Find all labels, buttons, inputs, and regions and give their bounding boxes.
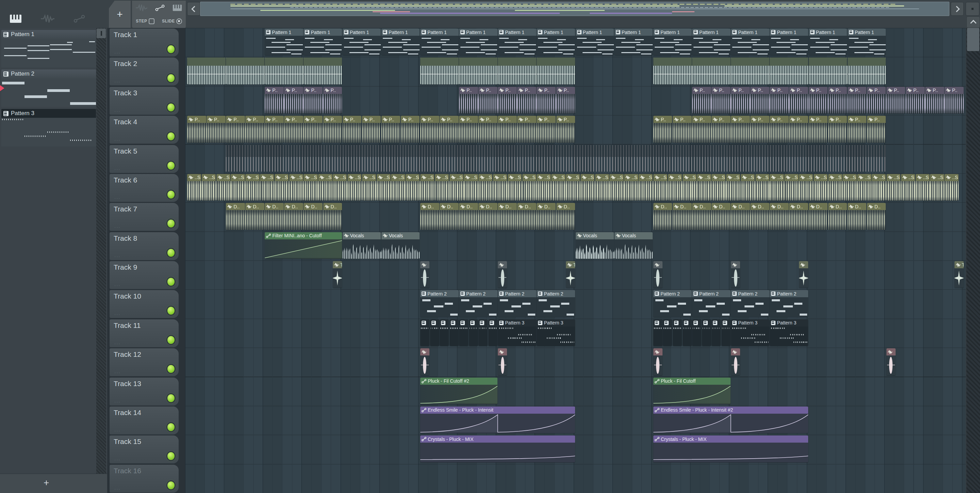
clip-p[interactable]: P.. [556, 116, 576, 142]
clip-pattern-2[interactable]: Pattern 2 [498, 290, 536, 317]
track-menu-dots[interactable]: ... [115, 252, 121, 258]
clip-p[interactable]: P.. [711, 116, 730, 142]
clip-filter-mini-ano-cutoff[interactable]: Filter MINI..ano - Cutoff [265, 232, 342, 259]
clip-d[interactable]: D.. [459, 203, 478, 230]
clip-s[interactable]: ..S [508, 174, 522, 201]
automation-icon[interactable] [155, 4, 165, 13]
track-menu-dots[interactable]: ... [115, 136, 121, 142]
clip-pattern-2[interactable]: Pattern 2 [731, 290, 769, 317]
clip-pattern-1[interactable]: Pattern 1 [420, 29, 459, 55]
clip-pmini[interactable] [673, 319, 682, 346]
track-lane-track-7[interactable]: D..D..D..D..D..D..D..D..D..D..D..D..D..D… [185, 202, 966, 231]
clip-p[interactable]: P.. [517, 116, 536, 142]
clip-stripe2[interactable] [265, 57, 303, 84]
clip-p[interactable]: P.. [265, 116, 284, 142]
track-header-track-3[interactable]: Track 3... [110, 87, 179, 115]
track-mute-led[interactable] [167, 394, 175, 402]
add-pattern-button[interactable]: + [43, 477, 49, 488]
clip-t[interactable]: T.. [333, 261, 342, 288]
clip-pattern-3[interactable]: Pattern 3 [770, 319, 808, 346]
clip-p[interactable]: P.. [750, 87, 769, 113]
track-menu-dots[interactable]: ... [115, 107, 121, 113]
clip-pattern-1[interactable]: Pattern 1 [576, 29, 614, 55]
piano-icon[interactable] [10, 14, 23, 23]
track-header-track-10[interactable]: Track 10... [110, 290, 179, 318]
clip-d[interactable]: D.. [245, 203, 264, 230]
vertical-scrollbar-thumb[interactable] [967, 28, 979, 51]
track-lane-track-14[interactable]: Endless Smile - Pluck - IntensitEndless … [185, 406, 966, 435]
clip-d[interactable]: D.. [556, 203, 576, 230]
clip-pmini[interactable] [420, 319, 430, 346]
track-lane-track-3[interactable]: P..P..P..P..P..P..P..P..P..P..P..P..P..P… [185, 86, 966, 115]
track-lane-track-4[interactable]: P..P..P..P..P..P..P..P..P..P..P..P..P..P… [185, 115, 966, 144]
clip-p[interactable]: P.. [304, 116, 323, 142]
clip-s[interactable]: ..S [639, 174, 653, 201]
add-playlist-tab-button[interactable]: + [109, 1, 130, 28]
track-lane-track-10[interactable]: Pattern 2Pattern 2Pattern 2Pattern 2Patt… [185, 289, 966, 318]
clip-pattern-1[interactable]: Pattern 1 [692, 29, 730, 55]
clip-s[interactable]: ..S [668, 174, 682, 201]
pattern-item-header[interactable]: Pattern 3 [2, 109, 96, 118]
track-menu-dots[interactable]: ... [115, 49, 121, 54]
clip-pmini[interactable] [711, 319, 721, 346]
clip-pmini[interactable] [721, 319, 730, 346]
track-mute-led[interactable] [167, 307, 175, 314]
clip-s[interactable]: ..S [857, 174, 871, 201]
clip-p[interactable]: P.. [848, 87, 867, 113]
track-mute-led[interactable] [167, 336, 175, 344]
track-mute-led[interactable] [167, 278, 175, 286]
clip-s[interactable]: ..S [697, 174, 711, 201]
clip-s[interactable]: ..S [609, 174, 624, 201]
clip-pmini[interactable] [488, 319, 498, 346]
clip-p[interactable]: P.. [556, 87, 576, 113]
clip-p[interactable]: P.. [226, 116, 245, 142]
slide-toggle[interactable]: SLIDE [162, 18, 182, 24]
clip-s[interactable]: ..S [916, 174, 930, 201]
clip-p[interactable]: P.. [207, 116, 226, 142]
clip-hitgray[interactable] [420, 261, 430, 288]
clip-pattern-1[interactable]: Pattern 1 [265, 29, 303, 55]
clip-p[interactable]: P.. [886, 87, 905, 113]
clip-s[interactable]: ..S [595, 174, 609, 201]
clip-p[interactable]: P.. [809, 116, 828, 142]
clip-p[interactable]: P.. [653, 116, 672, 142]
track-header-track-6[interactable]: Track 6... [110, 174, 179, 202]
clip-pattern-1[interactable]: Pattern 1 [731, 29, 769, 55]
track-mute-led[interactable] [167, 365, 175, 373]
clip-s[interactable]: ..S [493, 174, 507, 201]
clip-s[interactable]: ..S [624, 174, 638, 201]
clip-pattern-1[interactable]: Pattern 1 [382, 29, 420, 55]
clip-s[interactable]: ..S [333, 174, 347, 201]
clip-p[interactable]: P.. [284, 87, 303, 113]
clip-p[interactable]: P.. [925, 87, 944, 113]
piano-icon[interactable] [172, 4, 182, 13]
arrangement-overview[interactable] [200, 2, 950, 16]
clip-p[interactable]: P.. [498, 87, 517, 113]
track-mute-led[interactable] [167, 249, 175, 257]
waveform-icon[interactable] [41, 14, 54, 23]
playlist-grid[interactable]: Pattern 1Pattern 1Pattern 1Pattern 1Patt… [185, 28, 966, 493]
track-lane-track-6[interactable]: ..S..S..S..S..S..S..S..S..S..S..S..S..S.… [185, 173, 966, 202]
clip-p[interactable]: P.. [711, 87, 730, 113]
scroll-up-button[interactable] [966, 16, 980, 28]
pattern-item-header[interactable]: Pattern 1 [2, 30, 96, 39]
clip-s[interactable]: ..S [406, 174, 420, 201]
vertical-scrollbar[interactable] [966, 28, 980, 493]
track-header-track-14[interactable]: Track 14... [110, 407, 179, 434]
clip-p[interactable]: P.. [692, 87, 711, 113]
clip-stripe2[interactable] [848, 57, 886, 84]
track-header-track-9[interactable]: Track 9... [110, 261, 179, 289]
track-mute-led[interactable] [167, 45, 175, 53]
clip-hitmauve[interactable] [498, 348, 507, 375]
waveform-icon[interactable] [136, 4, 147, 13]
clip-pattern-1[interactable]: Pattern 1 [343, 29, 381, 55]
clip-p[interactable]: P.. [731, 87, 750, 113]
clip-pattern-1[interactable]: Pattern 1 [848, 29, 886, 55]
overview-options-button[interactable] [966, 2, 979, 16]
clip-p[interactable]: P.. [537, 87, 556, 113]
clip-s[interactable]: ..S [464, 174, 478, 201]
clip-d[interactable]: D.. [653, 203, 672, 230]
clip-pluck-fil-cutoff[interactable]: Pluck - Fil Cutoff [653, 378, 730, 404]
clip-pattern-1[interactable]: Pattern 1 [614, 29, 653, 55]
clip-pmini[interactable] [653, 319, 662, 346]
